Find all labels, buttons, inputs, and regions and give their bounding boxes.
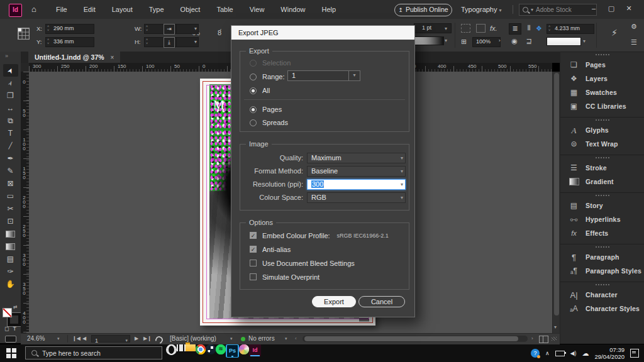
clock[interactable]: 07:39 29/04/2020 xyxy=(594,346,625,360)
opacity-field[interactable]: 100% xyxy=(472,37,501,47)
chevron-down-icon[interactable]: ▾ xyxy=(583,38,586,44)
stepper-icon[interactable]: ˄˅ xyxy=(47,38,52,45)
expand-panel-icon[interactable]: » xyxy=(5,53,8,59)
panel-menu-icon[interactable]: ☰ xyxy=(631,38,637,47)
scrollbar-thumb[interactable] xyxy=(304,336,518,341)
x-position-field[interactable]: ˄˅290 mm xyxy=(45,24,94,34)
indesign-icon[interactable]: Id xyxy=(249,344,261,356)
wrap-jump-object-icon[interactable]: ⊒ xyxy=(523,36,535,47)
colour-space-dropdown[interactable]: RGB▾ xyxy=(307,192,406,203)
panel-tab[interactable]: fx Effects xyxy=(560,226,644,240)
preflight-status-combo[interactable]: No errors xyxy=(248,334,275,344)
panel-tab[interactable]: ❖ Layers xyxy=(560,72,644,85)
bleed-settings-checkbox[interactable]: Use Document Bleed Settings xyxy=(250,258,355,268)
panel-tab[interactable]: ⧟ Hyperlinks xyxy=(560,212,644,226)
menu-item[interactable]: Help xyxy=(313,0,344,19)
battery-icon[interactable] xyxy=(555,351,565,356)
chevron-down-icon[interactable]: ▾ xyxy=(230,334,233,344)
menu-item[interactable]: Window xyxy=(272,0,313,19)
minimize-button[interactable]: – xyxy=(585,0,602,16)
wrap-object-shape-icon[interactable]: ◉ xyxy=(509,36,520,47)
panel-tab[interactable]: ₐA Character Styles xyxy=(560,302,644,315)
panel-tab[interactable]: ☰ Stroke xyxy=(560,161,644,175)
panel-tab[interactable]: ¶ Paragraph xyxy=(560,250,644,264)
tool-button[interactable]: ⊠ xyxy=(3,177,18,190)
radio-icon[interactable] xyxy=(250,119,257,126)
flip-vertical-icon[interactable]: ⤓ xyxy=(164,37,175,48)
home-icon[interactable]: ⌂ xyxy=(31,4,36,14)
resize-grip-icon[interactable] xyxy=(552,337,557,341)
tool-button[interactable] xyxy=(3,240,18,253)
scroll-right-icon[interactable]: › xyxy=(531,334,533,344)
tool-button[interactable] xyxy=(3,290,18,303)
maximize-button[interactable]: ▢ xyxy=(602,0,620,16)
tool-button[interactable]: ✒ xyxy=(3,152,18,165)
action-center-icon[interactable] xyxy=(630,349,639,358)
zoom-level-combo[interactable]: 24.6% xyxy=(27,334,45,344)
document-tab[interactable]: Untitled-1.indd @ 37% × xyxy=(28,52,120,63)
show-hidden-icons-chevron[interactable]: ∧ xyxy=(545,350,550,356)
format-method-dropdown[interactable]: Baseline▾ xyxy=(307,166,406,177)
embed-colour-profile-checkbox[interactable]: Embed Colour Profile: sRGB IEC61966-2.1 xyxy=(250,231,389,240)
steam-icon[interactable] xyxy=(206,344,216,354)
no-text-wrap-icon[interactable]: ≣ xyxy=(509,23,521,35)
publish-online-button[interactable]: ↥Publish Online xyxy=(394,4,452,16)
checkbox-icon[interactable] xyxy=(250,232,257,239)
tool-button[interactable]: ✋ xyxy=(3,278,18,290)
screen-mode-button[interactable] xyxy=(5,336,16,343)
tool-button[interactable]: T xyxy=(3,127,18,140)
tool-button[interactable] xyxy=(3,228,18,240)
scroll-down-icon[interactable]: ▾ xyxy=(554,324,557,330)
preflight-profile-combo[interactable]: [Basic] (working) xyxy=(170,334,216,344)
last-page-button[interactable]: ▶❙ xyxy=(143,334,152,344)
close-button[interactable]: ✕ xyxy=(620,0,638,16)
chrome-icon[interactable] xyxy=(196,344,206,354)
frame-shape-icon[interactable] xyxy=(476,24,486,33)
quality-dropdown[interactable]: Maximum▾ xyxy=(307,153,406,163)
wrap-bounding-box-icon[interactable]: ⫴ xyxy=(523,23,535,33)
radio-range[interactable]: Range: xyxy=(250,72,284,82)
tool-button[interactable]: ✎ xyxy=(3,165,18,177)
chevron-down-icon[interactable]: ▾ xyxy=(57,334,60,344)
cortana-icon[interactable] xyxy=(166,344,177,355)
panel-tab[interactable]: ▦ Swatches xyxy=(560,85,644,99)
resolution-input[interactable]: 300▾ xyxy=(307,179,406,190)
fill-stroke-widget[interactable]: ⇄ xyxy=(3,304,19,323)
menu-item[interactable]: Edit xyxy=(75,0,104,19)
chevron-right-icon[interactable]: › xyxy=(499,38,501,43)
tool-button[interactable]: ➤ xyxy=(3,64,18,77)
simulate-overprint-checkbox[interactable]: Simulate Overprint xyxy=(250,272,319,282)
panel-tab[interactable]: Gradient xyxy=(560,175,644,189)
cancel-button[interactable]: Cancel xyxy=(358,296,405,307)
panel-tab[interactable]: ❏ Pages xyxy=(560,58,644,72)
radio-pages[interactable]: Pages xyxy=(250,104,282,114)
broken-link-icon[interactable]: 8́ xyxy=(218,29,221,36)
close-tab-icon[interactable]: × xyxy=(111,54,114,61)
tool-button[interactable]: ↔ xyxy=(3,102,18,114)
radio-icon[interactable] xyxy=(250,87,257,94)
fill-swatch[interactable] xyxy=(3,308,12,317)
ruler-origin-corner[interactable] xyxy=(21,63,30,72)
corner-options-icon[interactable] xyxy=(461,24,470,33)
previous-page-button[interactable]: ◀ xyxy=(82,334,86,344)
chevron-down-icon[interactable]: ▾ xyxy=(348,71,360,80)
dialog-title-bar[interactable]: Export JPEG xyxy=(231,26,414,40)
paint-icon[interactable] xyxy=(239,344,249,354)
y-position-field[interactable]: ˄˅336 mm xyxy=(45,37,94,47)
panel-tab[interactable]: ▣ CC Libraries xyxy=(560,99,644,113)
wrap-offset-field[interactable]: ˄˅4.233 mm xyxy=(547,24,594,34)
vertical-ruler[interactable]: 050100150200250300350400 xyxy=(21,72,29,333)
formatting-container-icon[interactable]: ◻ xyxy=(4,326,9,332)
transform-reference-icon[interactable]: ❖ xyxy=(536,25,542,33)
panel-tab[interactable]: A| Character xyxy=(560,288,644,302)
quick-apply-icon[interactable]: ⚡ xyxy=(611,28,618,38)
help-notification-icon[interactable]: ? xyxy=(531,349,540,358)
indesign-app-icon[interactable]: Id xyxy=(9,4,22,17)
tool-button[interactable]: ▭ xyxy=(3,190,18,202)
stepper-icon[interactable]: ˄˅ xyxy=(146,25,151,32)
chevron-down-icon[interactable]: ▾ xyxy=(445,26,447,31)
start-button[interactable] xyxy=(6,348,16,358)
first-page-button[interactable]: ❙◀ xyxy=(72,334,80,344)
range-combo[interactable]: 1 ▾ xyxy=(287,70,360,81)
panel-tab[interactable]: ⊜ Text Wrap xyxy=(560,137,644,151)
